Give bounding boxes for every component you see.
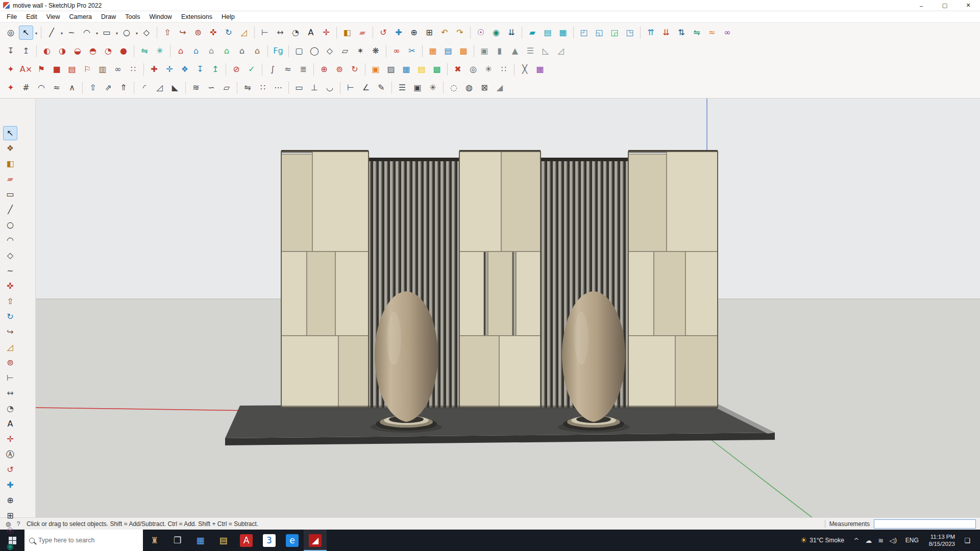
extension-manager-icon[interactable]: ✦ [4,62,18,77]
rotate-icon[interactable]: ↻ [3,310,17,324]
select-icon[interactable]: ↖ [3,126,17,140]
select-icon[interactable]: ↖▾ [19,26,33,40]
cylinder-primitive-icon[interactable]: ▮ [493,44,507,58]
circle-icon[interactable]: ○▾ [119,26,134,40]
slope-tool-icon[interactable]: ◿ [554,44,568,58]
vector-push-pull-icon[interactable]: ⇗ [101,81,115,95]
view-side-icon[interactable]: ◲ [607,26,622,40]
page-flag-icon[interactable]: ⚐ [80,62,94,77]
volume-icon[interactable]: ◁) [887,530,899,550]
raise-to-top-icon[interactable]: ↥ [208,62,223,77]
offset-icon[interactable]: ⊚ [3,356,17,370]
restore-button[interactable]: ▢ [933,0,957,11]
make-component-icon[interactable]: ❖ [3,141,17,156]
grid-xy-icon[interactable]: ▤ [441,44,455,58]
page-layout-icon[interactable]: ▤ [65,62,79,77]
menu-draw[interactable]: Draw [96,12,120,21]
menu-window[interactable]: Window [144,12,176,21]
spray-tool-icon[interactable]: ✳ [481,62,496,77]
purge-unused-icon[interactable]: ⊘ [229,62,243,77]
align-horizontal-icon[interactable]: ✚ [147,62,161,77]
onedrive-icon[interactable]: ☁ [863,530,875,550]
scatter-objects-icon[interactable]: ❖ [178,62,192,77]
tiles-app-button[interactable]: ▦ [189,530,212,551]
path-dots-icon[interactable]: ∷ [126,62,140,77]
rail-tool-icon[interactable]: ≣ [296,62,310,77]
polygon-icon[interactable]: ◇ [139,26,154,40]
stairs-tool-icon[interactable]: ☰ [523,44,537,58]
hatch-fill-icon[interactable]: ▨ [384,62,398,77]
menu-tools[interactable]: Tools [120,12,144,21]
dropdown-caret-icon[interactable]: ▾ [35,32,37,36]
crease-edge-icon[interactable]: ∧ [65,81,79,95]
search-input[interactable] [38,537,128,544]
flag-marker-icon[interactable]: ⚑ [34,62,48,77]
acrobat-button[interactable]: A [235,530,258,551]
drape-mesh-icon[interactable]: ◡ [323,81,337,95]
raise-object-icon[interactable]: ⇈ [644,26,658,40]
mirror-tool-icon[interactable]: ⇋ [240,81,255,95]
eraser-icon[interactable]: ▰ [355,26,370,40]
axes-icon[interactable]: ✛ [3,432,17,446]
linear-array-icon[interactable]: ∷ [256,81,270,95]
lower-object-icon[interactable]: ⇊ [659,26,673,40]
bevel-corner-icon[interactable]: ◿ [153,81,167,95]
solid-trim-icon[interactable]: ◒ [70,44,85,58]
chain-link-icon[interactable]: ∞ [111,62,125,77]
line-icon[interactable]: ╱ [3,203,17,217]
menu-camera[interactable]: Camera [65,12,96,21]
sharp-corner-icon[interactable]: ◣ [168,81,182,95]
previous-view-icon[interactable]: ↶ [437,26,452,40]
ramp-tool-icon[interactable]: ◺ [538,44,553,58]
stone-group-left[interactable] [281,152,369,408]
line-icon[interactable]: ╱▾ [44,26,59,40]
component-browser-icon[interactable]: ⌂ [204,44,218,58]
zoom-icon[interactable]: ⊕ [407,26,421,40]
edit-component-icon[interactable]: ⌂ [189,44,203,58]
import-file-icon[interactable]: ↧ [4,44,18,58]
scale-icon[interactable]: ◿ [237,26,251,40]
menu-help[interactable]: Help [217,12,239,21]
text-icon[interactable]: A [3,417,17,431]
solid-split-icon[interactable]: ◔ [101,44,115,58]
rectangle-icon[interactable]: ▭ [3,187,17,202]
vertex-edit-icon[interactable]: # [19,81,33,95]
grid-yellow-icon[interactable]: ▤ [414,62,429,77]
app-3-button[interactable]: 3 [258,530,281,551]
dimension-icon[interactable]: ↔ [273,26,287,40]
flatten-faces-icon[interactable]: ▭ [292,81,306,95]
zoom-extents-icon[interactable]: ⊞ [3,509,17,523]
make-component-icon[interactable]: ⌂ [174,44,188,58]
edge-button[interactable]: e [281,530,304,551]
ellipse-icon[interactable]: ◯ [307,44,322,58]
rotate-icon[interactable]: ↻ [222,26,236,40]
instant-wall-icon[interactable]: ⌂ [250,44,264,58]
smooth-curve-icon[interactable]: ≈ [50,81,64,95]
arc-icon[interactable]: ◠▾ [80,26,94,40]
push-pull-icon[interactable]: ⇧ [3,294,17,309]
castle-app-button[interactable]: ♜ [143,530,166,551]
tape-measure-icon[interactable]: ⊢ [3,371,17,385]
zoom-select-icon[interactable]: ◎ [4,26,18,40]
3d-text-icon[interactable]: Ⓐ [3,447,17,462]
group-objects-icon[interactable]: ▣ [410,81,425,95]
pan-icon[interactable]: ✚ [3,478,17,492]
split-edges-icon[interactable]: ✂ [405,44,419,58]
notification-center-icon[interactable]: ❏ [961,530,973,550]
bezier-curve-icon[interactable]: ≈ [705,26,719,40]
outliner-icon[interactable]: ⌂ [219,44,234,58]
rotate-copy-icon[interactable]: ↻ [348,62,362,77]
skin-surface-icon[interactable]: ▱ [219,81,234,95]
next-view-icon[interactable]: ↷ [453,26,467,40]
fix-problems-icon[interactable]: ✓ [244,62,259,77]
section-cuts-icon[interactable]: ▤ [541,26,555,40]
polygon-tool-icon[interactable]: ◇ [323,44,337,58]
grid-blue-icon[interactable]: ▦ [399,62,413,77]
rounded-rectangle-icon[interactable]: ▢ [292,44,306,58]
normal-push-pull-icon[interactable]: ⇑ [116,81,131,95]
dimension-icon[interactable]: ↔ [3,386,17,400]
measurements-input[interactable] [874,519,976,529]
look-around-icon[interactable]: ◉ [3,539,17,551]
axes-icon[interactable]: ✛ [319,26,333,40]
protractor-icon[interactable]: ◔ [3,402,17,416]
